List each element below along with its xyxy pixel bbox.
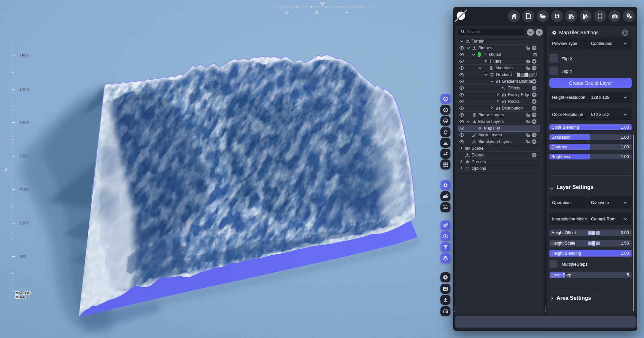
svg-text:1300: 1300 xyxy=(19,120,29,125)
svg-text:N: N xyxy=(315,10,318,15)
svg-text:E: E xyxy=(346,10,348,15)
svg-text:1100: 1100 xyxy=(19,187,29,192)
svg-text:900: 900 xyxy=(19,254,26,259)
svg-text:1400: 1400 xyxy=(19,87,29,92)
svg-text:1000: 1000 xyxy=(19,221,29,225)
svg-text:S: S xyxy=(376,10,378,15)
svg-text:W: W xyxy=(285,10,289,15)
svg-text:Max 310: Max 310 xyxy=(15,291,31,295)
svg-text:1200: 1200 xyxy=(19,154,29,158)
svg-text:Min 0: Min 0 xyxy=(15,295,25,299)
svg-text:1500: 1500 xyxy=(19,54,29,58)
